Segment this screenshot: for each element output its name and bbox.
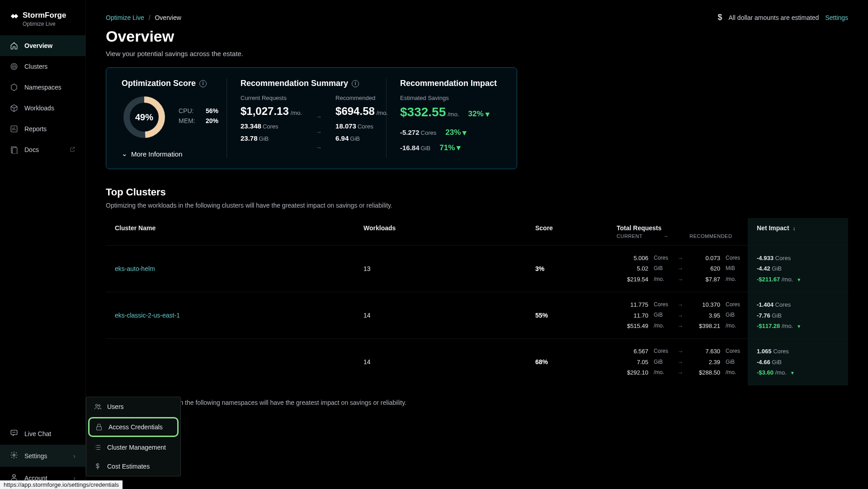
svg-point-8 (13, 454, 15, 456)
impact-heading: Recommendation Impact (400, 79, 497, 88)
info-icon[interactable]: i (352, 80, 359, 87)
chevron-down-icon: ⌄ (122, 150, 127, 158)
sidebar-item-clusters[interactable]: Clusters (0, 56, 85, 77)
settings-menu-cluster-management[interactable]: Cluster Management (86, 438, 180, 457)
logo: StormForge Optimize Live (0, 0, 85, 35)
chat-icon (10, 429, 18, 438)
lock-icon (95, 423, 103, 431)
info-icon[interactable]: i (199, 80, 207, 87)
top-clusters-subtitle: Optimizing the workloads in the followin… (106, 202, 848, 209)
target-icon (10, 62, 18, 71)
main-content: Optimize Live / Overview $ All dollar am… (86, 0, 868, 489)
svg-point-10 (96, 404, 98, 407)
cluster-link[interactable]: eks-classic-2-us-east-1 (115, 312, 180, 319)
external-icon (69, 146, 75, 154)
net-impact-header[interactable]: Net Impact ↓ (748, 218, 848, 245)
table-row: eks-classic-2-us-east-1 14 55% 11.775Cor… (106, 292, 848, 338)
table-header: Cluster Name Workloads Score Total Reque… (106, 218, 848, 245)
dollar-icon: $ (717, 13, 722, 22)
sidebar: StormForge Optimize Live OverviewCluster… (0, 0, 86, 489)
home-icon (10, 42, 18, 50)
table-row: eks-auto-helm 13 3% 5.006Cores→0.073Core… (106, 245, 848, 292)
sidebar-item-settings[interactable]: Settings› (0, 445, 85, 467)
breadcrumb-root[interactable]: Optimize Live (106, 14, 144, 21)
stormforge-logo-icon (10, 12, 19, 19)
page-subtitle: View your potential savings across the e… (106, 50, 848, 57)
docs-icon (10, 146, 18, 154)
sidebar-item-overview[interactable]: Overview (0, 35, 85, 56)
optimization-donut: 49% (122, 95, 167, 140)
more-information-toggle[interactable]: ⌄ More Information (122, 150, 213, 158)
settings-menu-access-credentials[interactable]: Access Credentials (88, 417, 179, 437)
gear-icon (10, 451, 18, 461)
svg-rect-12 (97, 427, 102, 430)
cores-pct-dropdown[interactable]: 23% ▾ (445, 128, 467, 138)
svg-point-9 (13, 475, 15, 477)
savings-pct-dropdown[interactable]: 32% ▾ (468, 109, 490, 119)
sidebar-item-namespaces[interactable]: Namespaces (0, 77, 85, 98)
brand-sub: Optimize Live (23, 21, 75, 27)
top-namespaces-subtitle: Optimizing the workloads in the followin… (106, 399, 848, 406)
settings-menu-cost-estimates[interactable]: Cost Estimates (86, 457, 180, 476)
optimization-heading: Optimization Score (122, 79, 196, 88)
arrow-right-icon: → (316, 124, 322, 140)
chart-icon (10, 125, 18, 133)
sidebar-item-live-chat[interactable]: Live Chat (0, 423, 85, 445)
breadcrumb-current: Overview (155, 14, 181, 21)
list-icon (94, 443, 102, 451)
arrow-right-icon: → (660, 233, 671, 239)
breadcrumb: Optimize Live / Overview (106, 14, 181, 21)
summary-panel: Optimization Score i 49% CPU:56% MEM:20% (106, 67, 517, 169)
arrow-right-icon: → (316, 109, 322, 124)
recommendation-heading: Recommendation Summary (241, 79, 348, 88)
gib-pct-dropdown[interactable]: 71% ▾ (439, 143, 461, 152)
settings-flyout: UsersAccess CredentialsCluster Managemen… (86, 397, 181, 476)
dollar-icon (94, 462, 102, 470)
hexagon-icon (10, 83, 18, 91)
svg-point-11 (99, 405, 100, 407)
chevron-down-icon[interactable]: ▼ (790, 370, 795, 375)
brand-name: StormForge (23, 11, 66, 20)
chevron-down-icon[interactable]: ▼ (797, 324, 801, 329)
status-bar-url: https://app.stormforge.io/settings/crede… (0, 480, 123, 489)
users-icon (94, 403, 102, 411)
table-row: 14 68% 6.567Cores→7.630Cores 7.05GiB→2.3… (106, 338, 848, 385)
top-clusters-title: Top Clusters (106, 186, 848, 198)
sort-down-icon: ↓ (793, 225, 795, 232)
primary-nav: OverviewClustersNamespacesWorkloadsRepor… (0, 35, 85, 160)
optimization-score: 49% (122, 95, 167, 140)
top-clusters-table: Cluster Name Workloads Score Total Reque… (106, 218, 848, 385)
sidebar-item-docs[interactable]: Docs (0, 139, 85, 160)
sidebar-item-reports[interactable]: Reports (0, 119, 85, 139)
box-icon (10, 104, 18, 112)
svg-rect-5 (12, 148, 17, 154)
svg-point-2 (14, 66, 14, 67)
cluster-link[interactable]: eks-auto-helm (115, 265, 155, 272)
chevron-right-icon: › (73, 452, 75, 460)
sidebar-item-workloads[interactable]: Workloads (0, 98, 85, 119)
chevron-down-icon[interactable]: ▼ (797, 277, 801, 282)
settings-menu-users[interactable]: Users (86, 397, 180, 416)
arrow-right-icon: → (316, 140, 322, 155)
estimate-note: All dollar amounts are estimated (728, 14, 819, 21)
page-title: Overview (106, 28, 848, 45)
settings-link[interactable]: Settings (825, 14, 848, 21)
